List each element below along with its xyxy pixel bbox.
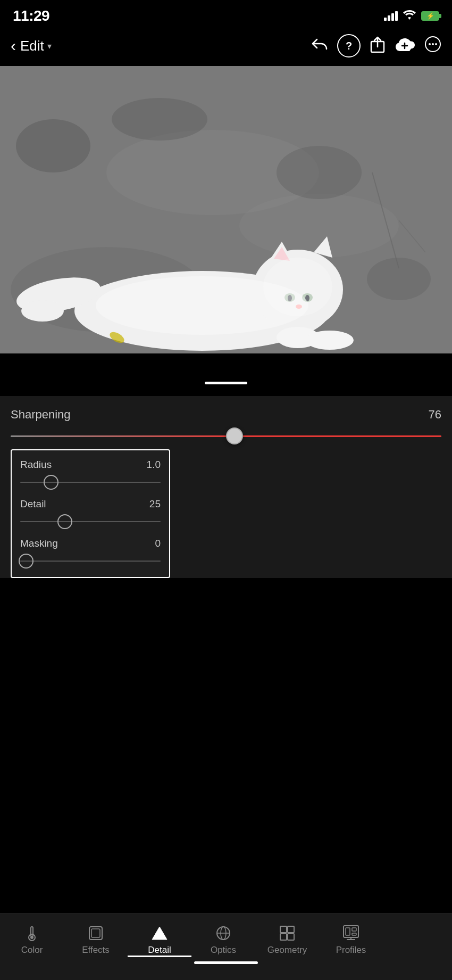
detail-header: Detail 25 bbox=[20, 498, 161, 510]
svg-point-4 bbox=[429, 43, 431, 45]
radius-row: Radius 1.0 bbox=[20, 459, 161, 490]
bottom-spacer bbox=[0, 589, 452, 674]
nav-item-detail[interactable]: Detail bbox=[128, 920, 191, 957]
signal-icon bbox=[384, 11, 398, 21]
radius-label: Radius bbox=[20, 459, 52, 471]
detail-track bbox=[20, 521, 161, 522]
svg-rect-46 bbox=[280, 934, 287, 940]
photo-container bbox=[0, 66, 452, 353]
sharpening-value: 76 bbox=[429, 408, 441, 422]
wifi-icon bbox=[403, 9, 416, 23]
geometry-icon bbox=[279, 925, 296, 942]
sub-controls-box: Radius 1.0 Detail 25 Masking 0 bbox=[11, 449, 170, 578]
thermometer-icon bbox=[23, 925, 40, 942]
sharpening-fill bbox=[11, 435, 235, 437]
masking-row: Masking 0 bbox=[20, 538, 161, 569]
sharpening-thumb[interactable] bbox=[226, 427, 243, 444]
undo-button[interactable] bbox=[312, 37, 328, 55]
svg-rect-51 bbox=[352, 933, 356, 935]
detail-thumb[interactable] bbox=[57, 514, 72, 529]
nav-item-effects[interactable]: Effects bbox=[64, 920, 128, 956]
detail-row: Detail 25 bbox=[20, 498, 161, 529]
status-time: 11:29 bbox=[13, 7, 49, 24]
masking-value: 0 bbox=[155, 538, 161, 549]
back-button[interactable]: ‹ bbox=[11, 38, 16, 54]
cat-photo bbox=[0, 66, 452, 353]
svg-rect-36 bbox=[31, 927, 33, 936]
optics-icon bbox=[215, 925, 232, 942]
svg-point-18 bbox=[21, 300, 64, 322]
sharpening-row: Sharpening 76 bbox=[11, 396, 441, 428]
nav-items: Color Effects Detail Optics bbox=[0, 920, 452, 957]
svg-rect-45 bbox=[288, 926, 294, 933]
svg-rect-50 bbox=[352, 928, 356, 931]
sharpening-fill-red bbox=[235, 435, 441, 437]
detail-label: Detail bbox=[148, 945, 171, 956]
svg-point-12 bbox=[16, 119, 90, 172]
svg-point-37 bbox=[30, 936, 34, 939]
nav-item-geometry[interactable]: Geometry bbox=[255, 920, 319, 956]
handle-bar bbox=[205, 382, 247, 384]
svg-point-31 bbox=[263, 258, 332, 316]
masking-thumb[interactable] bbox=[19, 554, 34, 569]
effects-label: Effects bbox=[82, 945, 110, 956]
battery-indicator: ⚡ bbox=[426, 12, 434, 20]
nav-item-profiles[interactable]: Profiles bbox=[319, 920, 383, 956]
header: ‹ Edit ▾ ? bbox=[0, 29, 452, 66]
nav-item-optics[interactable]: Optics bbox=[191, 920, 255, 956]
svg-rect-49 bbox=[346, 928, 350, 935]
profiles-icon bbox=[342, 925, 359, 942]
masking-header: Masking 0 bbox=[20, 538, 161, 549]
nav-item-color[interactable]: Color bbox=[0, 920, 64, 956]
help-icon: ? bbox=[346, 40, 352, 52]
svg-rect-47 bbox=[288, 934, 294, 940]
help-button[interactable]: ? bbox=[337, 34, 361, 57]
svg-point-14 bbox=[277, 146, 362, 199]
header-title: Edit ▾ bbox=[20, 38, 52, 54]
radius-header: Radius 1.0 bbox=[20, 459, 161, 471]
detail-slider[interactable] bbox=[20, 514, 161, 529]
svg-point-15 bbox=[367, 258, 431, 300]
detail-icon bbox=[151, 925, 168, 942]
masking-track bbox=[20, 561, 161, 562]
detail-value: 25 bbox=[149, 498, 161, 510]
home-indicator bbox=[194, 961, 258, 964]
geometry-label: Geometry bbox=[267, 945, 307, 956]
profiles-label: Profiles bbox=[336, 945, 366, 956]
svg-rect-39 bbox=[91, 929, 100, 937]
title-label: Edit bbox=[20, 38, 44, 54]
more-button[interactable] bbox=[424, 36, 441, 56]
radius-value: 1.0 bbox=[147, 459, 161, 471]
masking-slider[interactable] bbox=[20, 554, 161, 569]
status-icons: ⚡ bbox=[384, 9, 439, 23]
svg-point-5 bbox=[432, 43, 434, 45]
radius-slider[interactable] bbox=[20, 475, 161, 490]
svg-point-29 bbox=[306, 331, 354, 350]
title-chevron-icon[interactable]: ▾ bbox=[47, 41, 52, 51]
radius-track bbox=[20, 482, 161, 483]
share-button[interactable] bbox=[370, 36, 385, 55]
svg-rect-44 bbox=[280, 926, 287, 933]
cat-photo-overlay bbox=[0, 66, 452, 353]
svg-marker-40 bbox=[152, 927, 167, 940]
cloud-add-button[interactable] bbox=[395, 36, 415, 56]
effects-icon bbox=[87, 925, 104, 942]
sharpening-label: Sharpening bbox=[11, 408, 71, 422]
battery-icon: ⚡ bbox=[421, 11, 439, 21]
bottom-nav: Color Effects Detail Optics bbox=[0, 913, 452, 980]
optics-label: Optics bbox=[211, 945, 236, 956]
header-actions: ? bbox=[312, 34, 441, 57]
color-label: Color bbox=[21, 945, 43, 956]
controls-panel: Sharpening 76 Radius 1.0 Detail 25 bbox=[0, 396, 452, 578]
status-bar: 11:29 ⚡ bbox=[0, 0, 452, 29]
svg-point-6 bbox=[435, 43, 437, 45]
sharpening-slider[interactable] bbox=[11, 428, 441, 444]
radius-thumb[interactable] bbox=[44, 475, 58, 490]
svg-point-13 bbox=[112, 98, 207, 141]
detail-label: Detail bbox=[20, 498, 46, 510]
masking-label: Masking bbox=[20, 538, 58, 549]
gap-section bbox=[0, 353, 452, 396]
